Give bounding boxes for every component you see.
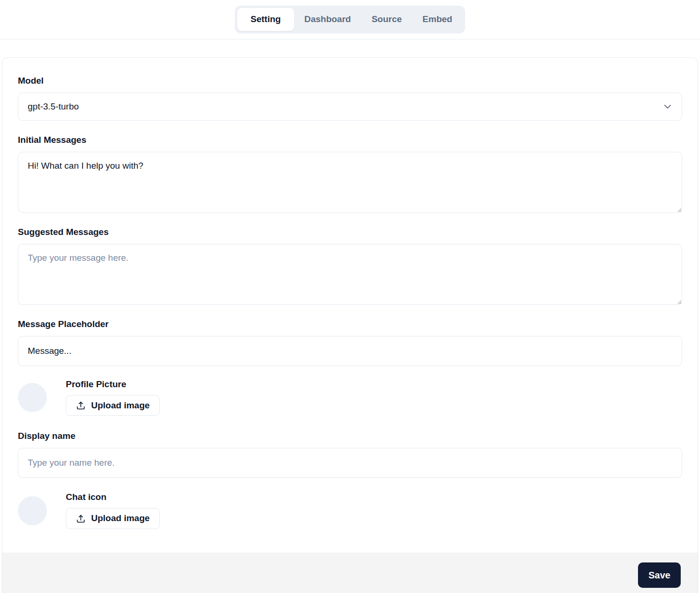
message-placeholder-field: Message Placeholder bbox=[18, 319, 682, 366]
suggested-messages-field: Suggested Messages bbox=[18, 227, 682, 305]
tab-group: Setting Dashboard Source Embed bbox=[235, 6, 465, 33]
model-select-value: gpt-3.5-turbo bbox=[28, 101, 79, 112]
tab-source[interactable]: Source bbox=[361, 8, 412, 31]
chat-icon-label: Chat icon bbox=[66, 492, 107, 502]
upload-chat-icon-button[interactable]: Upload image bbox=[66, 508, 160, 529]
top-nav: Setting Dashboard Source Embed bbox=[0, 0, 700, 39]
suggested-messages-textarea[interactable] bbox=[18, 244, 682, 305]
save-button[interactable]: Save bbox=[638, 562, 681, 588]
upload-chat-icon-label: Upload image bbox=[91, 513, 150, 524]
tab-dashboard[interactable]: Dashboard bbox=[294, 8, 361, 31]
profile-picture-section: Profile Picture Upload image bbox=[18, 379, 682, 416]
profile-picture-avatar bbox=[18, 383, 47, 412]
model-select[interactable]: gpt-3.5-turbo bbox=[18, 93, 682, 121]
chat-icon-section: Chat icon Upload image bbox=[18, 492, 682, 529]
upload-profile-picture-button[interactable]: Upload image bbox=[66, 395, 160, 416]
upload-profile-picture-label: Upload image bbox=[91, 400, 150, 412]
profile-picture-label: Profile Picture bbox=[66, 379, 126, 390]
display-name-input[interactable] bbox=[18, 448, 682, 478]
settings-card: Model gpt-3.5-turbo Initial Messages Hi!… bbox=[2, 57, 698, 593]
initial-messages-label: Initial Messages bbox=[18, 135, 682, 145]
display-name-label: Display name bbox=[18, 431, 682, 441]
chevron-down-icon bbox=[662, 101, 673, 112]
tab-embed[interactable]: Embed bbox=[412, 8, 462, 31]
model-label: Model bbox=[18, 76, 682, 86]
upload-icon bbox=[76, 514, 86, 524]
suggested-messages-label: Suggested Messages bbox=[18, 227, 682, 237]
display-name-field: Display name bbox=[18, 431, 682, 478]
tab-setting[interactable]: Setting bbox=[237, 8, 294, 31]
card-footer: Save bbox=[2, 553, 698, 593]
initial-messages-textarea[interactable]: Hi! What can I help you with? bbox=[18, 152, 682, 213]
initial-messages-field: Initial Messages Hi! What can I help you… bbox=[18, 135, 682, 213]
upload-icon bbox=[76, 400, 86, 411]
message-placeholder-input[interactable] bbox=[18, 336, 682, 366]
model-field: Model gpt-3.5-turbo bbox=[18, 76, 682, 121]
message-placeholder-label: Message Placeholder bbox=[18, 319, 682, 329]
chat-icon-avatar bbox=[18, 496, 47, 525]
settings-form: Model gpt-3.5-turbo Initial Messages Hi!… bbox=[2, 58, 698, 553]
